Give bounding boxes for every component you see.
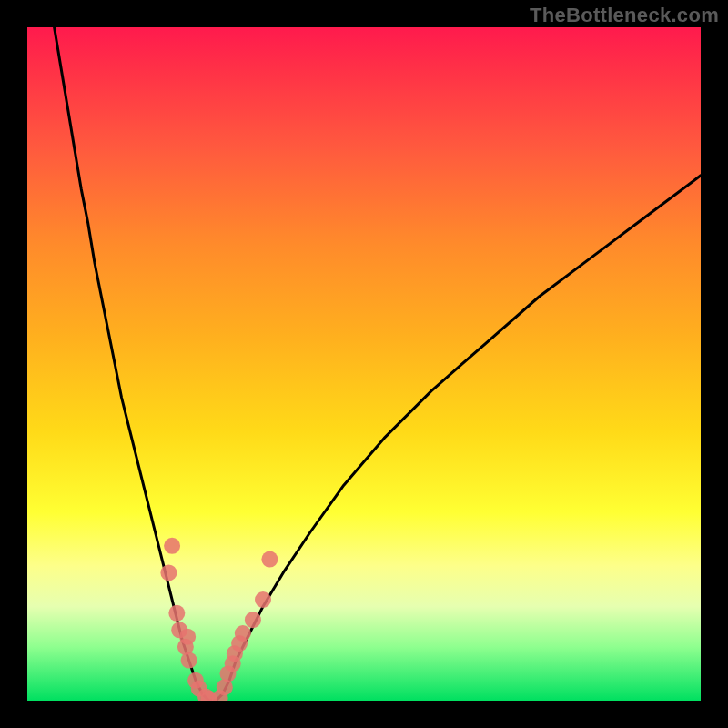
scatter-point (168, 605, 185, 622)
chart-frame: TheBottleneck.com (0, 0, 728, 728)
watermark-text: TheBottleneck.com (530, 4, 719, 27)
plot-area (27, 27, 701, 701)
scatter-point (160, 564, 177, 581)
curve-bottleneck-curve (55, 27, 701, 701)
scatter-point (164, 538, 180, 554)
scatter-point (245, 612, 261, 628)
scatter-point (255, 592, 271, 608)
scatter-point (179, 629, 196, 645)
scatter-point (181, 652, 197, 669)
scatter-point (235, 625, 251, 642)
scatter-point (261, 551, 278, 568)
bottleneck-chart (27, 27, 701, 701)
